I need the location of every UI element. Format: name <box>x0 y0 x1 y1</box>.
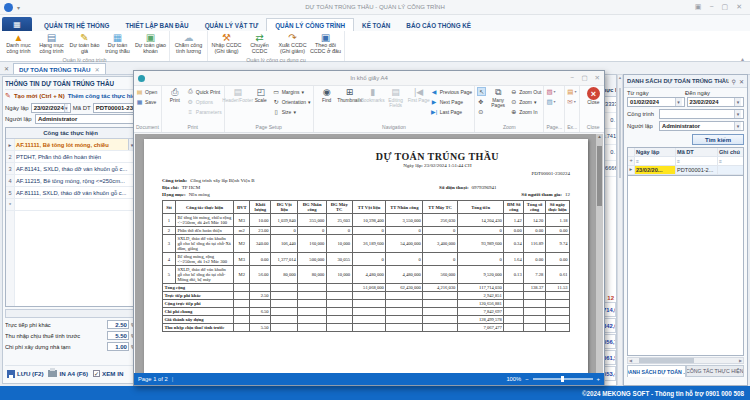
dialog-maximize-button[interactable]: ▢ <box>581 74 587 82</box>
task-row-new[interactable]: * <box>6 199 135 211</box>
many-pages-button[interactable]: ⧉Many Pages <box>487 87 509 109</box>
ribbon-button[interactable]: ☁ Chấm công tính lương <box>172 32 205 55</box>
quick-access-caret-icon[interactable]: ▾ <box>17 4 20 11</box>
tab-bao-cao-thong-ke[interactable]: BÁO CÁO THỐNG KÊ <box>398 19 479 31</box>
dropdown-icon[interactable]: ▾ <box>734 122 741 130</box>
ribbon-button[interactable]: ✎ Dự toán báo giá <box>68 32 101 55</box>
maximize-button[interactable]: ▢ <box>722 3 729 11</box>
bottom-tab-danh-sach[interactable]: DANH SÁCH DỰ TOÁN ... <box>627 365 686 377</box>
scale-button[interactable]: ◰Scale <box>250 87 272 103</box>
theme-button[interactable]: ▣ <box>695 3 702 11</box>
doc-tab-du-toan-trung-thau[interactable]: DỰ TOÁN TRÚNG THẦU ✕ <box>13 63 106 74</box>
zoom-slider-knob[interactable] <box>561 376 564 382</box>
close-preview-button[interactable]: × Close <box>582 87 604 105</box>
thumbnails-button[interactable]: ⊞Thumbnails <box>339 87 361 103</box>
task-row[interactable]: 2 PTDHT, Phần thô đến hoàn thiện <box>6 151 135 163</box>
filter-row[interactable]: + ≡ ≡ ≡ <box>628 157 743 166</box>
ribbon-button[interactable]: ▤ Hạng mục công trình <box>35 32 68 55</box>
dialog-minimize-button[interactable]: − <box>571 74 575 82</box>
tab-thiet-lap-ban-dau[interactable]: THIẾT LẬP BAN ĐẦU <box>117 19 196 31</box>
open-button[interactable]: ▤Open <box>136 87 157 96</box>
next-page-button[interactable]: ▶Next Page <box>431 97 473 106</box>
col-ghi-chu[interactable]: Ghi chú <box>718 148 743 156</box>
app-menu-button[interactable]: ▦ <box>2 17 32 31</box>
pointer-tool-button[interactable]: ↖ <box>477 87 486 96</box>
print-button[interactable]: ⎙Print <box>164 87 186 103</box>
size-button[interactable]: ▯Size▾ <box>273 107 311 116</box>
ribbon-collapse-icon[interactable]: ▴ <box>741 55 744 62</box>
panel-close-icon[interactable]: ✕ <box>739 78 744 85</box>
dialog-close-button[interactable]: ✕ <box>595 74 600 82</box>
tab-quan-ly-vat-tu[interactable]: QUẢN LÝ VẬT TƯ <box>197 19 267 31</box>
tabstrip-close-icon[interactable]: ✕ <box>0 65 13 74</box>
first-page-button[interactable]: |◀First Page <box>408 87 430 103</box>
ribbon-button[interactable]: ↷ Xuất CCDC (Ghi giảm) <box>276 32 309 55</box>
zoom-button[interactable]: ⊙Zoom▾ <box>510 97 541 106</box>
calendar-dropdown-icon[interactable]: ▾ <box>64 104 68 112</box>
task-grid-header[interactable]: Công tác thực hiện <box>6 128 135 139</box>
nguoi-lap-select[interactable]: Administrator ▾ <box>659 121 744 131</box>
magnifier-tool-button[interactable]: ⊙ <box>477 107 486 116</box>
results-hscrollbar[interactable]: ◀ ▶ <box>627 357 744 364</box>
parameters-button[interactable]: ≡Parameters <box>187 107 222 116</box>
find-button[interactable]: ◉Find <box>316 87 338 103</box>
cong-trinh-select[interactable]: ▾ <box>659 109 744 119</box>
tab-quan-ly-cong-trinh[interactable]: QUẢN LÝ CÔNG TRÌNH <box>266 18 354 31</box>
den-ngay-input[interactable]: 23/02/2024 ▾ <box>687 97 745 107</box>
pin-icon[interactable]: ⚲ <box>732 78 736 85</box>
tab-quan-tri-he-thong[interactable]: QUẢN TRỊ HỆ THỐNG <box>36 19 117 31</box>
ribbon-button[interactable]: ⚒ Nhập CCDC (Ghi tăng) <box>210 32 243 55</box>
calendar-dropdown-icon[interactable]: ▾ <box>675 98 682 106</box>
zoom-in-button[interactable]: ⊕Zoom In <box>510 107 541 116</box>
xem-in-checkbox[interactable]: ✓ XEM IN <box>93 370 123 377</box>
options-button[interactable]: ⚙Options <box>187 97 222 106</box>
percent-field-input[interactable]: 2.50 <box>107 320 129 329</box>
calendar-dropdown-icon[interactable]: ▾ <box>734 98 741 106</box>
scroll-thumb[interactable] <box>619 88 621 178</box>
minimize-button[interactable]: − <box>709 3 713 11</box>
ribbon-button[interactable]: ▣ Theo dõi CCDC ở đâu <box>309 32 342 55</box>
save-button[interactable]: LƯU (F2) <box>7 370 43 378</box>
nguoi-lap-input[interactable]: Administrator <box>35 114 136 124</box>
hand-tool-button[interactable]: ✥ <box>477 97 486 106</box>
percent-field-input[interactable]: 1.00 <box>107 342 129 351</box>
close-button[interactable]: ✕ <box>736 3 742 11</box>
create-new-link[interactable]: Tạo mới (Ctrl + N) <box>14 93 65 99</box>
zoom-slider[interactable] <box>533 378 593 380</box>
preview-vscrollbar[interactable]: ▲ <box>596 134 603 373</box>
zoom-in-icon[interactable]: + <box>597 376 600 382</box>
col-ngay-lap[interactable]: Ngày lập <box>635 148 676 156</box>
page-color-button[interactable]: ▧▾ <box>546 87 555 96</box>
quick-print-button[interactable]: ⎙Quick Print <box>187 87 222 96</box>
percent-field-input[interactable]: 5.50 <box>107 331 129 340</box>
save-button[interactable]: ▦Save <box>136 97 157 106</box>
dropdown-icon[interactable]: ▾ <box>734 110 741 118</box>
task-row[interactable]: 5 AF.81111, SXLD, tháo dỡ ván khuôn gỗ c… <box>6 187 135 199</box>
col-ma-dt[interactable]: Mã DT <box>676 148 718 156</box>
margins-button[interactable]: ▭Margins▾ <box>273 87 311 96</box>
header-footer-button[interactable]: ▤Header/Footer <box>227 87 249 103</box>
tab-ke-toan[interactable]: KẾ TOÁN <box>354 19 398 31</box>
doc-tab-close-icon[interactable]: ✕ <box>94 66 99 73</box>
ma-dt-input[interactable]: PDT00001-230 <box>93 103 136 113</box>
editing-fields-button[interactable]: ▤Editing Fields <box>385 87 407 109</box>
previous-page-button[interactable]: ◀Previous Page <box>431 87 473 96</box>
bottom-tab-cong-tac[interactable]: CÔNG TÁC THỰC HIỆN <box>686 365 745 377</box>
ribbon-button[interactable]: ▣ Dự toán giao khoán <box>134 32 167 55</box>
search-button[interactable]: Tìm kiếm <box>692 134 744 145</box>
export-to-button[interactable]: ▤▾ <box>567 87 576 96</box>
tu-ngay-input[interactable]: 01/02/2024 ▾ <box>627 97 685 107</box>
print-a4-button[interactable]: IN A4 (F6) <box>48 370 88 377</box>
zoom-out-button[interactable]: ⊖Zoom Out <box>510 87 541 96</box>
ribbon-button[interactable]: ▦ Dự toán trúng thầu <box>101 32 134 55</box>
bookmarks-button[interactable]: ▮Bookmarks <box>362 87 384 103</box>
add-task-link[interactable]: Thêm công tác thực hiện <box>68 93 136 99</box>
send-to-button[interactable]: ✉▾ <box>567 97 576 106</box>
task-row[interactable]: 4 AF.11215, Bê tông móng, rộng <=250cm..… <box>6 175 135 187</box>
ribbon-button[interactable]: ⇄ Chuyển CCDC <box>243 32 276 55</box>
zoom-out-icon[interactable]: − <box>525 376 528 382</box>
ribbon-button[interactable]: ▲ Danh mục công trình <box>2 32 35 55</box>
task-row-selected[interactable]: ▸ AF.11111, Bê tông lót móng, chiều ▾ <box>6 139 135 151</box>
task-row[interactable]: 3 AF.81141, SXLD, tháo dỡ ván khuôn gỗ c… <box>6 163 135 175</box>
last-page-button[interactable]: ▶|Last Page <box>431 107 473 116</box>
